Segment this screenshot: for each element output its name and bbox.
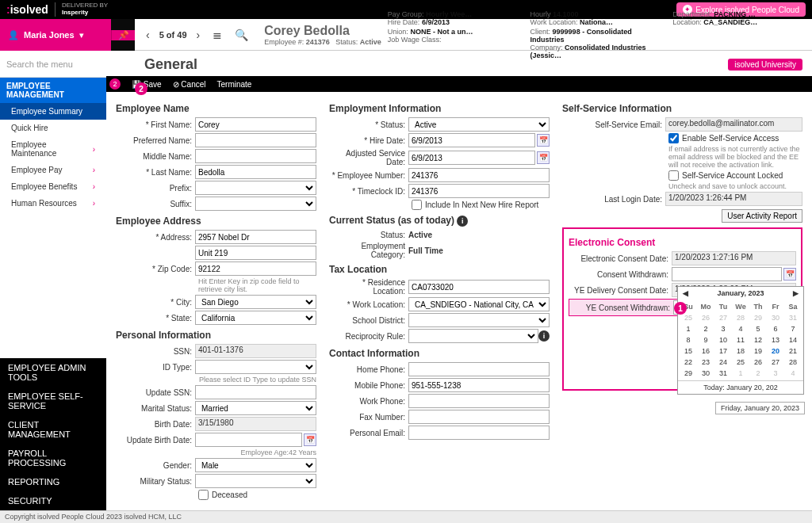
- menu-search[interactable]: Search the menu: [0, 51, 135, 78]
- sidebar-item-employee-benefits[interactable]: Employee Benefits›: [0, 178, 106, 195]
- marital-select[interactable]: Married: [195, 401, 316, 415]
- cal-day[interactable]: 21: [784, 345, 802, 357]
- cal-day[interactable]: 28: [732, 312, 749, 323]
- cal-day[interactable]: 2: [749, 368, 767, 379]
- sidebar-item-employee-pay[interactable]: Employee Pay›: [0, 162, 106, 178]
- cal-day[interactable]: 26: [697, 312, 714, 323]
- cal-day[interactable]: 5: [749, 323, 767, 334]
- mobile-phone-input[interactable]: [408, 378, 550, 392]
- fax-input[interactable]: [408, 410, 550, 424]
- state-select[interactable]: California: [195, 311, 316, 325]
- cal-day[interactable]: 12: [749, 334, 767, 345]
- address2-input[interactable]: [195, 246, 316, 260]
- cal-day[interactable]: 26: [749, 357, 767, 368]
- cal-day[interactable]: 3: [767, 368, 784, 379]
- include-newhire-checkbox[interactable]: [412, 200, 422, 210]
- ss-locked-checkbox[interactable]: [668, 170, 679, 181]
- status-select[interactable]: Active: [408, 117, 550, 132]
- cal-day[interactable]: 3: [714, 323, 732, 334]
- university-button[interactable]: isolved University: [728, 59, 802, 71]
- cal-today-link[interactable]: Today: January 20, 202: [678, 380, 803, 394]
- cal-day[interactable]: 4: [732, 323, 749, 334]
- employee-number-input[interactable]: [408, 168, 550, 182]
- sidebar-footer-item[interactable]: SECURITY: [0, 491, 106, 510]
- gender-select[interactable]: Male: [195, 458, 316, 472]
- cal-day[interactable]: 17: [714, 345, 732, 357]
- info-icon[interactable]: i: [457, 216, 468, 227]
- military-select[interactable]: [195, 474, 316, 488]
- calendar-icon[interactable]: 📅: [783, 268, 796, 281]
- middle-name-input[interactable]: [195, 149, 316, 163]
- prefix-select[interactable]: [195, 181, 316, 195]
- sidebar-item-employee-summary[interactable]: Employee Summary: [0, 103, 106, 120]
- adj-date-input[interactable]: [408, 151, 535, 165]
- personal-email-input[interactable]: [408, 426, 550, 440]
- cal-day[interactable]: 28: [784, 357, 802, 368]
- id-type-select[interactable]: [195, 360, 316, 374]
- cal-day[interactable]: 11: [732, 334, 749, 345]
- terminate-button[interactable]: Terminate: [217, 80, 252, 89]
- cal-day[interactable]: 7: [784, 323, 802, 334]
- work-location-select[interactable]: CA_SNDIEGO - National City, CA: [408, 297, 550, 311]
- cal-day[interactable]: 31: [714, 368, 732, 379]
- reciprocity-select[interactable]: [408, 329, 538, 343]
- home-phone-input[interactable]: [408, 362, 550, 376]
- cal-day[interactable]: 18: [732, 345, 749, 357]
- residence-input[interactable]: [408, 280, 550, 294]
- cal-day[interactable]: 30: [697, 368, 714, 379]
- cal-day[interactable]: 2: [697, 323, 714, 334]
- cal-day[interactable]: 1: [732, 368, 749, 379]
- list-button[interactable]: ≣: [209, 27, 225, 43]
- cal-day[interactable]: 25: [732, 357, 749, 368]
- suffix-select[interactable]: [195, 197, 316, 211]
- pin-button[interactable]: 📌: [111, 30, 135, 40]
- sidebar-item-employee-maintenance[interactable]: Employee Maintenance›: [0, 136, 106, 162]
- cal-day[interactable]: 27: [714, 312, 732, 323]
- address1-input[interactable]: [195, 230, 316, 244]
- cal-day[interactable]: 29: [680, 368, 697, 379]
- cal-day[interactable]: 24: [714, 357, 732, 368]
- cancel-button[interactable]: ⊘ Cancel: [173, 80, 206, 89]
- update-ssn-input[interactable]: [195, 385, 316, 399]
- update-birth-input[interactable]: [195, 433, 302, 447]
- cal-day[interactable]: 10: [714, 334, 732, 345]
- cal-day[interactable]: 14: [784, 334, 802, 345]
- city-select[interactable]: San Diego: [195, 295, 316, 309]
- cal-day[interactable]: 8: [680, 334, 697, 345]
- calendar-icon[interactable]: 📅: [537, 151, 550, 164]
- timeclock-id-input[interactable]: [408, 184, 550, 198]
- consent-withdrawn-input[interactable]: [672, 267, 782, 281]
- cal-day[interactable]: 16: [697, 345, 714, 357]
- cal-day[interactable]: 1: [680, 323, 697, 334]
- hire-date-input[interactable]: [408, 133, 535, 147]
- calendar-icon[interactable]: 📅: [537, 134, 550, 147]
- work-phone-input[interactable]: [408, 394, 550, 408]
- deceased-checkbox[interactable]: [198, 490, 209, 500]
- calendar-icon[interactable]: 📅: [304, 433, 316, 446]
- cal-day[interactable]: 31: [784, 312, 802, 323]
- cal-day[interactable]: 9: [697, 334, 714, 345]
- cal-prev-button[interactable]: ◀: [683, 289, 688, 297]
- user-menu[interactable]: 👤 Maria Jones ▾: [0, 19, 111, 51]
- info-icon[interactable]: i: [538, 330, 550, 342]
- sidebar-item-quick-hire[interactable]: Quick Hire: [0, 120, 106, 136]
- preferred-name-input[interactable]: [195, 133, 316, 147]
- sidebar-footer-item[interactable]: PAYROLL PROCESSING: [0, 444, 106, 472]
- sidebar-footer-item[interactable]: REPORTING: [0, 472, 106, 491]
- cal-day[interactable]: 23: [697, 357, 714, 368]
- cal-day[interactable]: 20: [767, 345, 784, 357]
- sidebar-footer-item[interactable]: EMPLOYEE SELF-SERVICE: [0, 387, 106, 415]
- cal-day[interactable]: 13: [767, 334, 784, 345]
- sidebar-item-human-resources[interactable]: Human Resources›: [0, 195, 106, 212]
- last-name-input[interactable]: [195, 165, 316, 179]
- school-select[interactable]: [408, 313, 550, 327]
- cal-day[interactable]: 22: [680, 357, 697, 368]
- cal-day[interactable]: 27: [767, 357, 784, 368]
- cal-day[interactable]: 19: [749, 345, 767, 357]
- next-record-button[interactable]: ›: [193, 27, 204, 43]
- sidebar-section-header[interactable]: EMPLOYEE MANAGEMENT: [0, 78, 106, 103]
- sidebar-footer-item[interactable]: EMPLOYEE ADMIN TOOLS: [0, 358, 106, 387]
- cal-next-button[interactable]: ▶: [793, 289, 799, 297]
- cal-day[interactable]: 15: [680, 345, 697, 357]
- prev-record-button[interactable]: ‹: [143, 27, 153, 43]
